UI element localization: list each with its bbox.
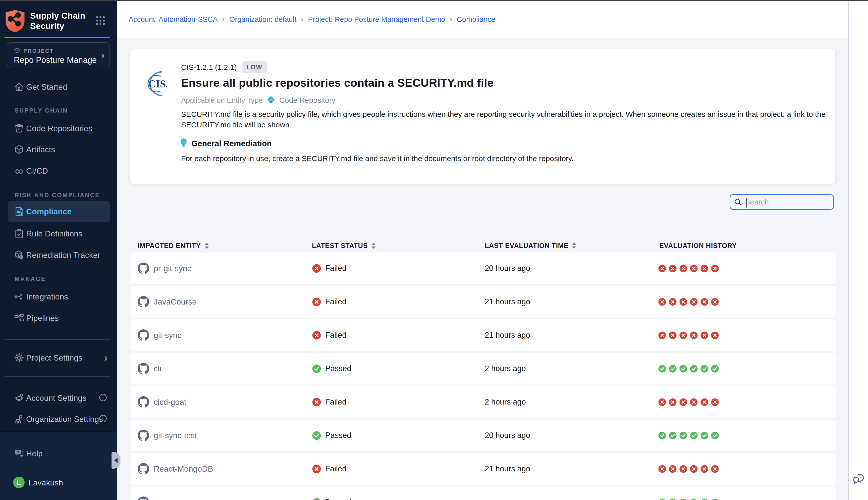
failed-x-icon <box>679 331 687 339</box>
evaluation-history <box>658 386 719 418</box>
breadcrumb-project[interactable]: Project: Repo Posture Management Demo <box>308 15 445 24</box>
status-label: Failed <box>325 464 346 473</box>
failed-x-icon <box>669 298 677 306</box>
cicd-infinity-icon: ∞ <box>13 165 25 177</box>
breadcrumb-organization[interactable]: Organization: default <box>229 15 297 24</box>
failed-x-icon <box>312 331 321 340</box>
entity-name[interactable]: cli <box>154 364 161 373</box>
project-name: Repo Posture Manage… <box>14 55 97 65</box>
window-top-strip <box>0 0 868 1</box>
sidebar-item-pipelines[interactable]: Pipelines <box>0 308 117 329</box>
sidebar-item-remediation-tracker[interactable]: Remediation Tracker <box>0 245 117 265</box>
sidebar-item-integrations[interactable]: Integrations <box>0 286 117 307</box>
info-icon[interactable] <box>99 414 107 424</box>
breadcrumb: Account: Automation-SSCA › Organization:… <box>129 1 495 38</box>
table-row[interactable]: Passed <box>131 486 836 500</box>
entity-name[interactable]: git-sync <box>154 331 181 340</box>
failed-x-icon <box>658 298 666 306</box>
help-chat-icon: ? <box>13 447 25 459</box>
evaluation-history <box>658 453 719 485</box>
sidebar-item-help[interactable]: ? Help <box>0 443 117 464</box>
sidebar-item-compliance[interactable]: Compliance <box>8 201 110 222</box>
cis-logo: CIS. <box>142 67 167 101</box>
entity-name[interactable]: git-sync-test <box>154 431 197 440</box>
remediation-box-icon <box>13 249 25 261</box>
sidebar-item-code-repositories[interactable]: </> Code Repositories <box>0 118 117 139</box>
passed-check-icon <box>669 431 677 440</box>
sidebar-item-get-started[interactable]: Get Started <box>0 76 117 98</box>
evaluation-history <box>658 286 719 318</box>
entity-name[interactable]: cicd-goat <box>154 397 186 407</box>
chat-support-icon[interactable] <box>852 471 866 487</box>
passed-check-icon <box>711 365 719 373</box>
failed-x-icon <box>711 298 719 306</box>
failed-x-icon <box>669 331 677 339</box>
svg-text:</>: </> <box>269 99 273 102</box>
column-header-impacted-entity[interactable]: IMPACTED ENTITY <box>138 239 209 253</box>
table-row[interactable]: React-MongoDBFailed21 hours ago <box>131 453 836 485</box>
table-row[interactable]: git-sync-testPassed20 hours ago <box>131 420 836 451</box>
failed-x-icon <box>312 264 321 273</box>
sidebar-item-account-settings[interactable]: Account Settings <box>0 387 117 409</box>
column-header-latest-status[interactable]: LATEST STATUS <box>312 239 376 253</box>
user-name: Lavakush <box>28 478 63 487</box>
passed-check-icon <box>658 498 666 500</box>
integrations-icon <box>13 291 25 303</box>
sidebar-item-organization-settings[interactable]: Organization Settings <box>0 409 117 430</box>
status-label: Failed <box>325 264 346 273</box>
project-selector[interactable]: PROJECT Repo Posture Manage… › <box>7 42 110 68</box>
evaluation-time: 21 hours ago <box>485 319 530 351</box>
table-row[interactable]: pr-git-syncFailed20 hours ago <box>131 252 836 284</box>
failed-x-icon <box>669 398 677 406</box>
entity-name[interactable]: pr-git-sync <box>154 264 191 273</box>
breadcrumb-separator-icon: › <box>301 15 303 23</box>
failed-x-icon <box>312 464 321 474</box>
failed-x-icon <box>700 264 708 273</box>
organization-settings-icon <box>13 413 25 425</box>
evaluation-history <box>658 319 719 351</box>
rule-title: Ensure all public repositories contain a… <box>181 76 494 89</box>
failed-x-icon <box>711 398 719 406</box>
github-icon <box>138 430 149 441</box>
evaluation-time: 21 hours ago <box>485 286 530 318</box>
pipelines-icon <box>13 312 25 324</box>
sort-icon <box>204 242 209 250</box>
main-content: CIS. CIS-1.2.1 (1.2.1) LOW Ensure all pu… <box>117 38 848 500</box>
sidebar-item-artifacts[interactable]: Artifacts <box>0 139 117 160</box>
entity-name[interactable]: JavaCourse <box>154 297 197 307</box>
passed-check-icon <box>690 365 698 373</box>
home-icon <box>13 81 25 93</box>
column-header-evaluation-history: EVALUATION HISTORY <box>659 239 737 253</box>
user-menu[interactable]: L Lavakush <box>0 471 117 493</box>
status-label: Failed <box>325 397 346 407</box>
breadcrumb-account[interactable]: Account: Automation-SSCA <box>129 15 218 24</box>
breadcrumb-compliance[interactable]: Compliance <box>457 15 495 24</box>
sidebar-item-cicd[interactable]: ∞ CI/CD <box>0 160 117 181</box>
passed-check-icon <box>700 498 708 500</box>
github-icon <box>138 396 149 408</box>
table-row[interactable]: cicd-goatFailed2 hours ago <box>131 386 836 418</box>
info-icon[interactable] <box>99 393 107 403</box>
table-row[interactable]: JavaCourseFailed21 hours ago <box>131 286 836 318</box>
table-row[interactable]: git-syncFailed21 hours ago <box>131 319 836 351</box>
passed-check-icon <box>700 365 708 373</box>
sidebar-item-project-settings[interactable]: Project Settings › <box>0 347 117 368</box>
severity-badge: LOW <box>242 61 267 73</box>
breadcrumb-separator-icon: › <box>450 15 452 23</box>
passed-check-icon <box>658 365 666 373</box>
evaluation-time: 2 hours ago <box>485 386 526 418</box>
entity-type-label[interactable]: Code Repository <box>279 96 335 104</box>
passed-check-icon <box>690 431 698 440</box>
sidebar-bottom-section: ? Help L Lavakush <box>0 431 117 500</box>
search-input[interactable] <box>742 195 842 209</box>
sidebar-item-rule-definitions[interactable]: Rule Definitions <box>0 223 117 244</box>
evaluation-history <box>658 486 719 500</box>
table-row[interactable]: cliPassed2 hours ago <box>131 353 836 384</box>
column-header-last-evaluation-time[interactable]: LAST EVALUATION TIME <box>485 239 577 253</box>
svg-text:</>: </> <box>17 127 21 130</box>
module-grid-icon[interactable] <box>95 15 105 27</box>
text-caret <box>747 198 747 207</box>
failed-x-icon <box>700 465 708 473</box>
page-header: Account: Automation-SSCA › Organization:… <box>117 1 848 38</box>
entity-name[interactable]: React-MongoDB <box>154 464 213 474</box>
